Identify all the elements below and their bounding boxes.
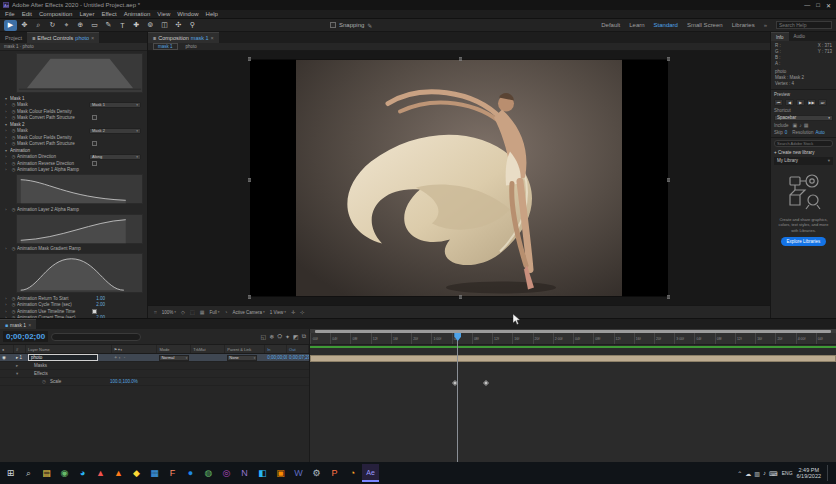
menu-animation[interactable]: Animation <box>124 11 151 17</box>
library-selector[interactable]: My Library▾ <box>774 157 833 165</box>
panel-menu-icon[interactable]: ≡ <box>153 35 156 41</box>
effect-param-mask[interactable]: ›◷MaskMask 1 <box>2 102 147 109</box>
workspace-overflow-icon[interactable]: » <box>764 22 767 28</box>
frame-handle[interactable] <box>459 58 462 61</box>
rotation-tool-icon[interactable]: ↻ <box>46 20 59 31</box>
timeline-toolbar-icon-5[interactable]: ⧉ <box>302 333 306 340</box>
workspace-default[interactable]: Default <box>601 22 620 28</box>
effect-param-mask[interactable]: ›◷MaskMask 2 <box>2 128 147 135</box>
app-icon-yellow[interactable]: ◆ <box>128 464 145 482</box>
layer-twirl[interactable]: ▸ 1 <box>14 354 26 361</box>
stopwatch-icon[interactable]: ◷ <box>10 246 17 251</box>
include-audio-icon[interactable]: ♪ <box>799 122 802 128</box>
help-search-input[interactable] <box>776 21 832 29</box>
timeline-track-area[interactable]: :00f04f08f12f16f20f1:00f04f08f12f16f20f2… <box>310 329 836 463</box>
menu-file[interactable]: File <box>5 11 15 17</box>
stopwatch-icon[interactable]: ◷ <box>10 109 17 114</box>
stopwatch-icon[interactable]: ◷ <box>10 167 17 172</box>
column-trkmat[interactable]: TrkMat <box>191 345 225 353</box>
stopwatch-icon[interactable]: ◷ <box>10 128 17 133</box>
effect-param-dropdown[interactable]: Along <box>89 154 141 160</box>
stopwatch-icon[interactable]: ◷ <box>10 302 17 307</box>
property-row-scale[interactable]: ◷Scale100.0,100.0% <box>0 378 309 386</box>
app-icon-blue-grid[interactable]: ▦ <box>146 464 163 482</box>
stopwatch-icon[interactable]: ◷ <box>10 296 17 301</box>
previous-frame-button[interactable]: ◀ <box>785 99 794 106</box>
pen-tool-icon[interactable]: ✎ <box>102 20 115 31</box>
region-of-interest-icon[interactable]: ⬚ <box>190 309 195 315</box>
twirl-icon[interactable]: › <box>2 128 10 133</box>
twirl-icon[interactable]: › <box>2 302 10 307</box>
close-button[interactable]: ✕ <box>826 2 831 9</box>
frame-handle[interactable] <box>459 296 462 299</box>
stopwatch-icon[interactable]: ◷ <box>40 378 48 385</box>
create-new-library-link[interactable]: + Create new library <box>774 150 833 155</box>
effect-group-mask-2[interactable]: ▾Mask 2 <box>2 121 147 128</box>
magnification-dropdown[interactable]: 100% <box>162 310 176 315</box>
app-icon-purple-n[interactable]: N <box>236 464 253 482</box>
effect-param-animation-layer-1-alpha-ramp[interactable]: ›◷Animation Layer 1 Alpha Ramp <box>2 167 147 174</box>
property-row-masks[interactable]: ▸Masks <box>0 362 309 370</box>
menu-help[interactable]: Help <box>206 11 218 17</box>
puppet-pin-tool-icon[interactable]: ⚲ <box>186 20 199 31</box>
layer-duration-bar[interactable] <box>310 355 836 362</box>
minimize-button[interactable]: — <box>804 2 810 9</box>
keyframe-diamond[interactable] <box>483 380 489 386</box>
tab-project[interactable]: Project <box>0 32 27 43</box>
timeline-toolbar-icon-1[interactable]: ❄ <box>269 333 274 340</box>
timeline-toolbar-icon-0[interactable]: ◱ <box>260 333 266 340</box>
next-frame-button[interactable]: ▶▶ <box>807 99 816 106</box>
frame-handle[interactable] <box>248 58 251 61</box>
stopwatch-icon[interactable]: ◷ <box>10 135 17 140</box>
effect-param-checkbox[interactable] <box>92 161 97 166</box>
frame-handle[interactable] <box>667 58 670 61</box>
effect-param-checkbox[interactable] <box>92 141 97 146</box>
layer-switches[interactable]: ✦ ◐ ◔ <box>112 354 158 361</box>
effect-param-value[interactable]: 2.00 <box>96 302 105 307</box>
timeline-toolbar-icon-2[interactable]: ⛭ <box>277 333 282 340</box>
notification-button[interactable] <box>827 465 832 481</box>
tab-composition[interactable]: ≡ Composition mask 1 × <box>148 32 219 43</box>
twirl-icon[interactable]: › <box>2 141 10 146</box>
start-button[interactable]: ⊞ <box>2 464 19 482</box>
search-icon[interactable]: ⌕ <box>20 464 37 482</box>
workspace-small-screen[interactable]: Small Screen <box>687 22 723 28</box>
property-twirl[interactable]: ▾ <box>14 370 32 377</box>
property-twirl[interactable] <box>14 378 40 385</box>
twirl-icon[interactable]: › <box>2 167 10 172</box>
tray-battery-icon[interactable]: ▥ <box>754 470 760 477</box>
column-mode[interactable]: Mode <box>157 345 191 353</box>
twirl-icon[interactable]: › <box>2 154 10 159</box>
parent-dropdown[interactable]: None <box>227 355 257 361</box>
column-in[interactable]: In <box>265 345 287 353</box>
menu-effect[interactable]: Effect <box>101 11 116 17</box>
layer-mode-cell[interactable]: Normal <box>157 354 191 361</box>
chrome-icon[interactable]: ◉ <box>56 464 73 482</box>
camera-tool-icon[interactable]: ⌖ <box>60 20 73 31</box>
parent-link-cell[interactable]: None <box>225 354 265 361</box>
edge-icon[interactable]: ◕ <box>74 464 91 482</box>
powerpoint-icon[interactable]: P <box>326 464 343 482</box>
mask-shape-tool-icon[interactable]: ▭ <box>88 20 101 31</box>
tab-close-icon[interactable]: × <box>28 322 31 328</box>
twirl-icon[interactable]: ▾ <box>2 122 10 127</box>
twirl-icon[interactable]: › <box>2 109 10 114</box>
trkmat-cell[interactable] <box>191 354 225 361</box>
twirl-icon[interactable]: › <box>2 161 10 166</box>
property-row-effects[interactable]: ▾Effects <box>0 370 309 378</box>
timeline-toolbar-icon-3[interactable]: ✦ <box>285 333 290 340</box>
stopwatch-icon[interactable]: ◷ <box>10 309 17 314</box>
shortcut-dropdown[interactable]: Spacebar <box>774 115 833 121</box>
frame-handle[interactable] <box>248 296 251 299</box>
word-icon[interactable]: W <box>290 464 307 482</box>
workspace-libraries[interactable]: Libraries <box>732 22 755 28</box>
skip-value[interactable]: 0 <box>785 130 788 135</box>
blend-mode-dropdown[interactable]: Normal <box>159 355 189 361</box>
stopwatch-icon[interactable]: ◷ <box>10 115 17 120</box>
effect-param-checkbox[interactable] <box>92 115 97 120</box>
effect-param-checkbox[interactable] <box>92 309 97 314</box>
tab-close-icon[interactable]: × <box>211 35 214 41</box>
file-explorer-icon[interactable]: ▤ <box>38 464 55 482</box>
current-time-display[interactable]: 0;00;02;00 <box>3 331 48 342</box>
snapping-control[interactable]: Snapping ✎ <box>330 22 372 29</box>
